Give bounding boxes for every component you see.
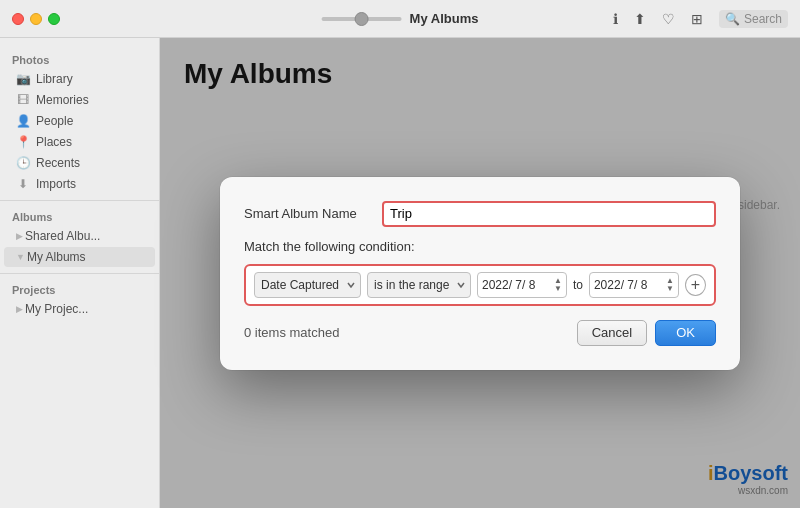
date-from-field[interactable]: ▲ ▼ xyxy=(477,272,567,298)
people-icon: 👤 xyxy=(16,114,30,128)
memories-icon: 🎞 xyxy=(16,93,30,107)
imports-icon: ⬇ xyxy=(16,177,30,191)
sidebar-divider-1 xyxy=(0,200,159,201)
sidebar-divider-2 xyxy=(0,273,159,274)
minimize-button[interactable] xyxy=(30,13,42,25)
info-icon[interactable]: ℹ xyxy=(613,11,618,27)
section-label-projects: Projects xyxy=(0,280,159,298)
sidebar-item-people[interactable]: 👤 People xyxy=(4,111,155,131)
section-label-photos: Photos xyxy=(0,50,159,68)
smart-album-modal: Smart Album Name Match the following con… xyxy=(220,177,740,370)
sidebar-item-places[interactable]: 📍 Places xyxy=(4,132,155,152)
date-to-stepper[interactable]: ▲ ▼ xyxy=(666,277,674,293)
close-button[interactable] xyxy=(12,13,24,25)
sidebar-slider[interactable] xyxy=(322,17,402,21)
sidebar-item-label-imports: Imports xyxy=(36,177,76,191)
sidebar-item-label-places: Places xyxy=(36,135,72,149)
name-label: Smart Album Name xyxy=(244,206,374,221)
titlebar-center: My Albums xyxy=(322,11,479,26)
expand-icon-my-albums: ▼ xyxy=(16,252,25,262)
share-icon[interactable]: ⬆ xyxy=(634,11,646,27)
search-label: Search xyxy=(744,12,782,26)
window-title: My Albums xyxy=(410,11,479,26)
match-label: Match the following condition: xyxy=(244,239,716,254)
modal-overlay: Smart Album Name Match the following con… xyxy=(160,38,800,508)
sidebar-item-library[interactable]: 📷 Library xyxy=(4,69,155,89)
date-to-input[interactable] xyxy=(594,278,664,292)
sidebar-item-shared-albums[interactable]: ▶ Shared Albu... xyxy=(4,226,155,246)
sidebar-item-label-shared: Shared Albu... xyxy=(25,229,100,243)
sidebar-item-label-projects: My Projec... xyxy=(25,302,88,316)
ok-button[interactable]: OK xyxy=(655,320,716,346)
sidebar-item-label-recents: Recents xyxy=(36,156,80,170)
sidebar-item-my-projects[interactable]: ▶ My Projec... xyxy=(4,299,155,319)
sidebar-item-memories[interactable]: 🎞 Memories xyxy=(4,90,155,110)
sidebar-item-label-my-albums: My Albums xyxy=(27,250,86,264)
search-icon: 🔍 xyxy=(725,12,740,26)
expand-icon-projects: ▶ xyxy=(16,304,23,314)
grid-icon[interactable]: ⊞ xyxy=(691,11,703,27)
sidebar-item-label-memories: Memories xyxy=(36,93,89,107)
places-icon: 📍 xyxy=(16,135,30,149)
window: My Albums ℹ ⬆ ♡ ⊞ 🔍 Search Photos 📷 Libr… xyxy=(0,0,800,508)
date-from-down[interactable]: ▼ xyxy=(554,285,562,293)
sidebar-item-recents[interactable]: 🕒 Recents xyxy=(4,153,155,173)
section-label-albums: Albums xyxy=(0,207,159,225)
modal-footer: 0 items matched Cancel OK xyxy=(244,320,716,346)
recents-icon: 🕒 xyxy=(16,156,30,170)
main-content: Photos 📷 Library 🎞 Memories 👤 People 📍 P… xyxy=(0,38,800,508)
cancel-button[interactable]: Cancel xyxy=(577,320,647,346)
to-label: to xyxy=(573,278,583,292)
sidebar-item-label-people: People xyxy=(36,114,73,128)
items-matched: 0 items matched xyxy=(244,325,339,340)
footer-buttons: Cancel OK xyxy=(577,320,716,346)
maximize-button[interactable] xyxy=(48,13,60,25)
condition-row: Date Captured is in the range ▲ ▼ xyxy=(244,264,716,306)
field-select[interactable]: Date Captured xyxy=(254,272,361,298)
expand-icon-shared: ▶ xyxy=(16,231,23,241)
heart-icon[interactable]: ♡ xyxy=(662,11,675,27)
traffic-lights xyxy=(12,13,60,25)
sidebar: Photos 📷 Library 🎞 Memories 👤 People 📍 P… xyxy=(0,38,160,508)
date-from-input[interactable] xyxy=(482,278,552,292)
add-condition-button[interactable]: + xyxy=(685,274,706,296)
name-row: Smart Album Name xyxy=(244,201,716,227)
date-to-down[interactable]: ▼ xyxy=(666,285,674,293)
album-name-input[interactable] xyxy=(382,201,716,227)
sidebar-item-label-library: Library xyxy=(36,72,73,86)
sidebar-item-my-albums[interactable]: ▼ My Albums xyxy=(4,247,155,267)
titlebar-actions: ℹ ⬆ ♡ ⊞ 🔍 Search xyxy=(613,10,788,28)
date-from-stepper[interactable]: ▲ ▼ xyxy=(554,277,562,293)
titlebar: My Albums ℹ ⬆ ♡ ⊞ 🔍 Search xyxy=(0,0,800,38)
sidebar-item-imports[interactable]: ⬇ Imports xyxy=(4,174,155,194)
search-box[interactable]: 🔍 Search xyxy=(719,10,788,28)
operator-select[interactable]: is in the range xyxy=(367,272,471,298)
date-to-field[interactable]: ▲ ▼ xyxy=(589,272,679,298)
library-icon: 📷 xyxy=(16,72,30,86)
content-area: My Albums sidebar. Smart Album Name Matc… xyxy=(160,38,800,508)
